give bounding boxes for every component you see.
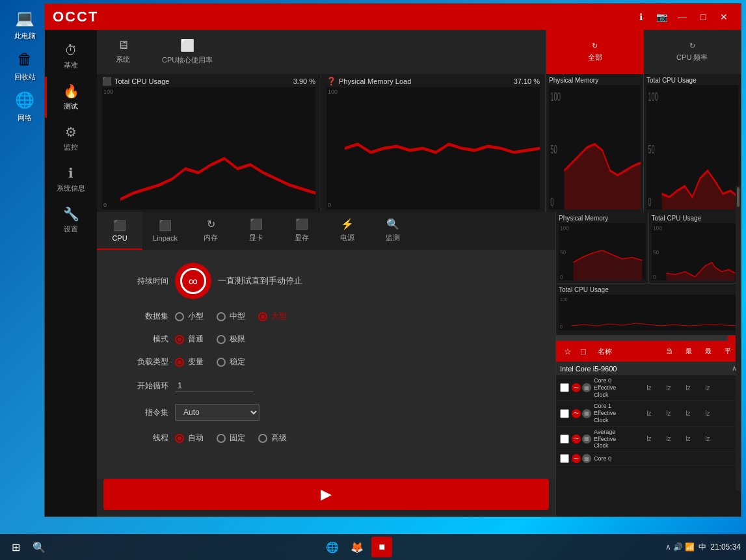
taskbar-left: ⊞ 🔍 bbox=[5, 537, 49, 557]
row-name-avg-eff: AverageEffectiveClock bbox=[594, 429, 639, 449]
taskbar-right: ∧ 🔊 📶 中 21:05:34 bbox=[665, 542, 741, 553]
minimize-button[interactable]: — bbox=[673, 9, 691, 25]
firefox-icon-taskbar[interactable]: 🦊 bbox=[347, 537, 367, 557]
monitor-graphs-top: Physical Memory 100 50 0 bbox=[556, 212, 741, 284]
start-button[interactable]: ▶ bbox=[103, 479, 549, 510]
row-check-core0-eff[interactable] bbox=[560, 383, 569, 392]
row-icon-wave2: 〜 bbox=[572, 409, 581, 418]
sidebar-label-settings: 设置 bbox=[64, 224, 78, 234]
duration-row: 持续时间 ∞ 一直测试直到手动停止 bbox=[116, 263, 536, 299]
load-stable[interactable]: 稳定 bbox=[217, 356, 245, 367]
left-panel: 🖥 系统 ⬜ CPU核心使用率 bbox=[97, 30, 546, 212]
dataset-small[interactable]: 小型 bbox=[175, 311, 204, 322]
dataset-large[interactable]: 大型 bbox=[258, 311, 287, 322]
subtab-memory[interactable]: ↻ 内存 bbox=[188, 212, 233, 250]
thread-row: 线程 自动 固定 bbox=[116, 433, 536, 444]
infinite-button[interactable]: ∞ bbox=[175, 263, 211, 299]
thread-auto-radio[interactable] bbox=[175, 434, 184, 443]
sidebar-item-settings[interactable]: 🔧 设置 bbox=[45, 200, 97, 241]
dataset-medium[interactable]: 中型 bbox=[217, 311, 245, 322]
row-check-avg-eff[interactable] bbox=[560, 434, 569, 444]
desktop-icon-recycle[interactable]: 🗑 回收站 bbox=[7, 47, 43, 82]
subtab-bar: ⬛ CPU ⬛ Linpack ↻ 内存 ⬛ 显 bbox=[97, 212, 555, 250]
sidebar-item-benchmark[interactable]: ⏱ 基准 bbox=[45, 36, 97, 77]
window-icon[interactable]: □ bbox=[578, 345, 589, 358]
wrench-icon: 🔧 bbox=[63, 206, 79, 222]
form-area: 持续时间 ∞ 一直测试直到手动停止 数据集 bbox=[97, 250, 555, 479]
load-variable[interactable]: 变量 bbox=[175, 356, 204, 367]
cycle-input[interactable] bbox=[175, 379, 253, 392]
tab-cpu-core[interactable]: ⬜ CPU核心使用率 bbox=[149, 30, 226, 74]
thread-fixed[interactable]: 固定 bbox=[217, 433, 245, 444]
browser-icon-taskbar[interactable]: 🌐 bbox=[322, 537, 343, 557]
right-tab-all[interactable]: ↻ 全部 bbox=[546, 30, 644, 74]
mode-normal[interactable]: 普通 bbox=[175, 334, 204, 345]
thread-auto[interactable]: 自动 bbox=[175, 433, 204, 444]
cycle-label: 开始循环 bbox=[116, 380, 168, 392]
cpu-title-icon: ⬛ bbox=[102, 77, 112, 86]
mode-extreme-label: 极限 bbox=[230, 334, 245, 345]
dataset-small-label: 小型 bbox=[188, 311, 204, 322]
row-check-core1-eff[interactable] bbox=[560, 409, 569, 418]
subtab-gpu-icon: ⬛ bbox=[250, 218, 263, 230]
monitor-graph-memory-area: 100 50 0 bbox=[559, 223, 646, 280]
info-button[interactable]: ℹ bbox=[632, 9, 650, 25]
load-stable-label: 稳定 bbox=[230, 356, 245, 367]
thread-advanced[interactable]: 高级 bbox=[258, 433, 287, 444]
subtab-cpu[interactable]: ⬛ CPU bbox=[97, 212, 142, 250]
thread-advanced-radio[interactable] bbox=[258, 434, 267, 443]
dataset-medium-radio[interactable] bbox=[217, 312, 226, 321]
load-stable-radio[interactable] bbox=[217, 358, 226, 367]
subtab-power-icon: ⚡ bbox=[341, 218, 354, 230]
subtab-vram-label: 显存 bbox=[295, 233, 309, 243]
subtab-linpack-icon: ⬛ bbox=[159, 219, 172, 232]
sidebar-item-sysinfo[interactable]: ℹ 系统信息 bbox=[45, 159, 97, 200]
thread-fixed-radio[interactable] bbox=[217, 434, 226, 443]
title-bar: OCCT ℹ 📷 — □ ✕ bbox=[45, 4, 741, 30]
maximize-button[interactable]: □ bbox=[694, 9, 712, 25]
row-val-avg-eff-2: lz bbox=[659, 435, 678, 442]
load-controls: 变量 稳定 bbox=[175, 356, 245, 367]
col-max-header: 最 bbox=[681, 347, 697, 356]
desktop-icon-network[interactable]: 🌐 网络 bbox=[7, 88, 43, 123]
start-button-taskbar[interactable]: ⊞ bbox=[5, 537, 26, 557]
dataset-large-label: 大型 bbox=[271, 311, 287, 322]
camera-button[interactable]: 📷 bbox=[652, 9, 671, 25]
sidebar-item-monitor[interactable]: ⚙ 监控 bbox=[45, 118, 97, 159]
instruction-label: 指令集 bbox=[116, 407, 168, 418]
subtab-monitor-icon: 🔍 bbox=[386, 218, 399, 230]
subtab-linpack[interactable]: ⬛ Linpack bbox=[142, 212, 188, 250]
mode-extreme[interactable]: 极限 bbox=[217, 334, 245, 345]
occt-icon-taskbar[interactable]: ■ bbox=[371, 537, 392, 557]
window-body: ⏱ 基准 🔥 测试 ⚙ 监控 ℹ 系统信息 🔧 设置 bbox=[45, 30, 741, 516]
subtab-gpu[interactable]: ⬛ 显卡 bbox=[233, 212, 279, 250]
load-variable-radio[interactable] bbox=[175, 358, 184, 367]
subtab-power[interactable]: ⚡ 电源 bbox=[325, 212, 370, 250]
subtab-monitor[interactable]: 🔍 监测 bbox=[370, 212, 416, 250]
desktop-icon-computer[interactable]: 💻 此电脑 bbox=[7, 7, 43, 41]
star-icon[interactable]: ☆ bbox=[561, 345, 574, 358]
subtab-vram[interactable]: ⬛ 显存 bbox=[279, 212, 325, 250]
row-icon-wave4: 〜 bbox=[572, 454, 581, 463]
svg-text:100: 100 bbox=[648, 89, 658, 103]
right-scrollbar[interactable] bbox=[736, 212, 741, 490]
tab-system[interactable]: 🖥 系统 bbox=[97, 30, 149, 74]
cpu-graph-svg bbox=[120, 87, 315, 209]
cpu-graph-labels: 100 0 bbox=[102, 87, 120, 209]
sidebar-item-test[interactable]: 🔥 测试 bbox=[45, 77, 97, 118]
close-button[interactable]: ✕ bbox=[715, 9, 733, 25]
row-check-core0[interactable] bbox=[560, 454, 569, 463]
monitor-icon: ⚙ bbox=[65, 124, 77, 140]
infinite-icon: ∞ bbox=[180, 268, 206, 294]
instruction-select[interactable]: Auto SSE AVX AVX2 bbox=[175, 404, 260, 421]
sidebar-label-monitor: 监控 bbox=[64, 142, 78, 152]
mode-extreme-radio[interactable] bbox=[217, 335, 226, 344]
right-tab-cpu-freq[interactable]: ↻ CPU 频率 bbox=[644, 30, 741, 74]
svg-text:0: 0 bbox=[560, 274, 563, 280]
dataset-large-radio[interactable] bbox=[258, 312, 267, 321]
dataset-row: 数据集 小型 中型 bbox=[116, 311, 536, 322]
dataset-small-radio[interactable] bbox=[175, 312, 184, 321]
mode-normal-radio[interactable] bbox=[175, 335, 184, 344]
thread-label: 线程 bbox=[116, 433, 168, 444]
search-button-taskbar[interactable]: 🔍 bbox=[29, 537, 49, 557]
